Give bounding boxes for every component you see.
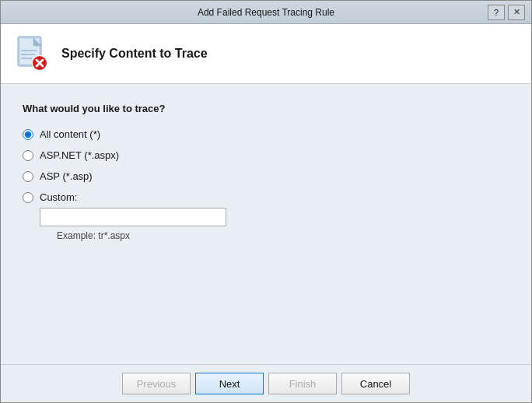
radio-aspnet-input[interactable] bbox=[23, 150, 33, 161]
radio-aspnet[interactable]: ASP.NET (*.aspx) bbox=[23, 149, 509, 161]
radio-all-input[interactable] bbox=[23, 129, 33, 140]
custom-example-text: Example: tr*.aspx bbox=[57, 230, 509, 241]
radio-custom-input[interactable] bbox=[23, 192, 33, 203]
finish-button[interactable]: Finish bbox=[268, 373, 337, 394]
radio-group: All content (*) ASP.NET (*.aspx) ASP (*.… bbox=[23, 128, 509, 241]
next-button[interactable]: Next bbox=[195, 373, 264, 394]
previous-button[interactable]: Previous bbox=[122, 373, 191, 394]
window-title: Add Failed Request Tracing Rule bbox=[44, 7, 488, 18]
radio-asp[interactable]: ASP (*.asp) bbox=[23, 170, 509, 182]
header-section: Specify Content to Trace bbox=[1, 24, 531, 84]
document-icon bbox=[13, 35, 51, 72]
radio-asp-label: ASP (*.asp) bbox=[40, 170, 93, 182]
radio-all-label: All content (*) bbox=[40, 128, 100, 140]
footer: Previous Next Finish Cancel bbox=[1, 364, 531, 402]
radio-custom[interactable]: Custom: bbox=[23, 191, 509, 203]
custom-input-wrapper: Example: tr*.aspx bbox=[40, 208, 509, 241]
custom-option-group: Custom: Example: tr*.aspx bbox=[23, 191, 509, 241]
radio-asp-input[interactable] bbox=[23, 171, 33, 182]
help-button[interactable]: ? bbox=[488, 5, 505, 20]
header-title: Specify Content to Trace bbox=[61, 47, 208, 61]
main-window: Add Failed Request Tracing Rule ? ✕ bbox=[0, 0, 532, 403]
content-area: What would you like to trace? All conten… bbox=[1, 84, 531, 364]
close-button[interactable]: ✕ bbox=[508, 5, 525, 20]
custom-text-input[interactable] bbox=[40, 208, 226, 226]
question-label: What would you like to trace? bbox=[23, 103, 509, 114]
title-bar: Add Failed Request Tracing Rule ? ✕ bbox=[1, 1, 531, 24]
radio-all-content[interactable]: All content (*) bbox=[23, 128, 509, 140]
header-icon bbox=[13, 35, 51, 72]
title-bar-controls: ? ✕ bbox=[488, 5, 525, 20]
radio-aspnet-label: ASP.NET (*.aspx) bbox=[40, 149, 119, 161]
radio-custom-label: Custom: bbox=[40, 191, 77, 203]
cancel-button[interactable]: Cancel bbox=[341, 373, 410, 394]
